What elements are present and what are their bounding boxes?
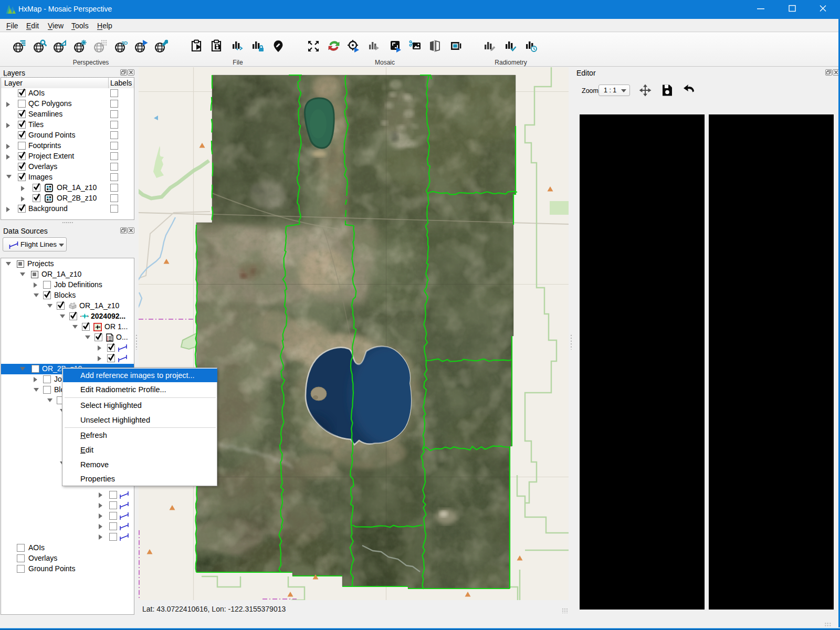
svg-text:3D: 3D — [121, 40, 128, 46]
